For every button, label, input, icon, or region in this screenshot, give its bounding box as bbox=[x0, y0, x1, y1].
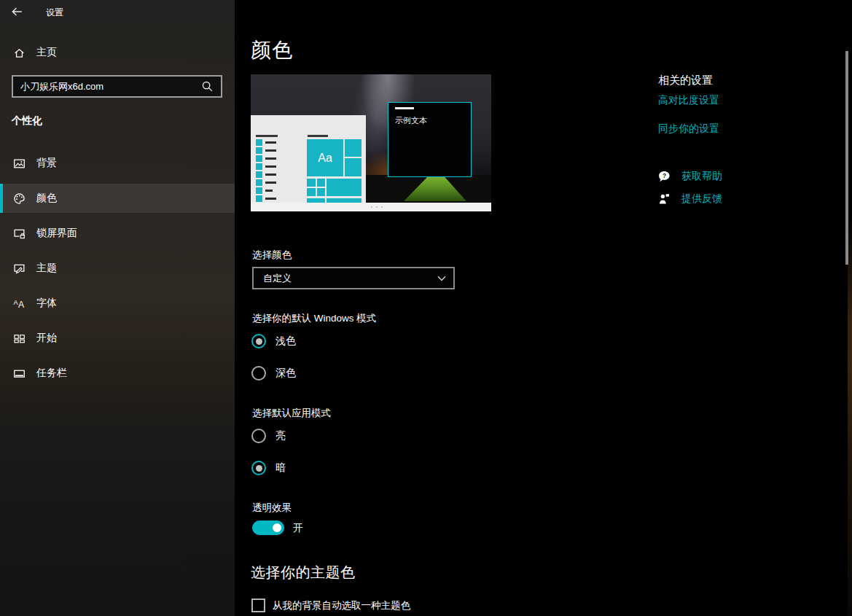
give-feedback-link[interactable]: 提供反馈 bbox=[658, 192, 722, 206]
radio-label: 暗 bbox=[275, 461, 286, 475]
svg-text:A: A bbox=[18, 300, 25, 310]
page-title: 颜色 bbox=[251, 36, 293, 64]
svg-text:?: ? bbox=[663, 172, 666, 179]
preview-menu-square bbox=[256, 163, 262, 170]
help-bubble-icon: ? bbox=[657, 170, 671, 183]
toggle-knob bbox=[273, 523, 281, 532]
preview-taskbar-dots bbox=[371, 206, 386, 208]
back-button[interactable] bbox=[9, 5, 27, 20]
sidebar-item-fonts[interactable]: AA 字体 bbox=[0, 289, 235, 318]
taskbar-icon bbox=[13, 367, 26, 380]
theme-preview: Aa 示例文本 bbox=[251, 74, 491, 211]
sidebar-item-label: 主题 bbox=[36, 262, 57, 275]
preview-tile bbox=[327, 179, 361, 196]
radio-app-light[interactable]: 亮 bbox=[251, 429, 286, 443]
sidebar-item-label: 主页 bbox=[36, 46, 57, 59]
background-image-icon bbox=[13, 157, 26, 170]
sidebar-item-label: 任务栏 bbox=[36, 367, 67, 380]
preview-menu-square bbox=[256, 171, 262, 178]
get-help-link[interactable]: ? 获取帮助 bbox=[657, 170, 722, 183]
toggle-state-label: 开 bbox=[293, 522, 303, 535]
search-icon[interactable] bbox=[201, 80, 216, 93]
radio-windows-dark[interactable]: 深色 bbox=[251, 366, 296, 381]
dropdown-value: 自定义 bbox=[263, 272, 292, 285]
lockscreen-icon bbox=[13, 227, 26, 240]
feedback-person-icon bbox=[658, 192, 671, 206]
section-header-personalization: 个性化 bbox=[12, 114, 42, 128]
checkbox-label: 从我的背景自动选取一种主题色 bbox=[273, 599, 410, 612]
sidebar-item-start[interactable]: 开始 bbox=[0, 324, 235, 353]
preview-menu-dash bbox=[265, 141, 276, 144]
preview-start-menu: Aa bbox=[251, 115, 366, 204]
scrollbar-thumb[interactable] bbox=[845, 51, 848, 265]
radio-icon[interactable] bbox=[251, 366, 266, 381]
feedback-link-label: 提供反馈 bbox=[681, 192, 722, 206]
preview-tile bbox=[307, 188, 316, 196]
preview-menu-square bbox=[256, 147, 262, 154]
preview-tile bbox=[317, 179, 326, 187]
home-icon bbox=[13, 47, 26, 59]
accent-color-heading: 选择你的主题色 bbox=[251, 563, 356, 582]
radio-label: 深色 bbox=[275, 367, 296, 380]
preview-menu-dash bbox=[265, 174, 276, 176]
sidebar-item-label: 颜色 bbox=[36, 192, 57, 205]
fonts-icon: AA bbox=[13, 297, 26, 310]
radio-icon[interactable] bbox=[251, 429, 266, 443]
preview-menu-square bbox=[256, 187, 262, 194]
radio-windows-light[interactable]: 浅色 bbox=[251, 334, 296, 348]
preview-menu-title-dash bbox=[256, 135, 278, 137]
preview-sample-dash bbox=[395, 107, 414, 109]
radio-icon[interactable] bbox=[251, 334, 266, 348]
windows-mode-label: 选择你的默认 Windows 模式 bbox=[252, 312, 376, 325]
auto-accent-row[interactable]: 从我的背景自动选取一种主题色 bbox=[251, 599, 410, 612]
sidebar-item-home[interactable]: 主页 bbox=[0, 38, 235, 67]
link-sync-settings[interactable]: 同步你的设置 bbox=[658, 122, 719, 136]
sidebar-item-colors[interactable]: 颜色 bbox=[0, 184, 235, 213]
sidebar-item-themes[interactable]: 主题 bbox=[0, 254, 235, 283]
preview-menu-square bbox=[256, 195, 262, 202]
radio-label: 浅色 bbox=[275, 335, 296, 348]
preview-menu-square bbox=[256, 155, 262, 162]
radio-app-dark[interactable]: 暗 bbox=[251, 461, 286, 475]
svg-text:A: A bbox=[14, 299, 18, 306]
related-settings-heading: 相关的设置 bbox=[658, 74, 713, 87]
main-content: 颜色 bbox=[235, 0, 852, 616]
link-high-contrast[interactable]: 高对比度设置 bbox=[658, 94, 719, 107]
sidebar-item-background[interactable]: 背景 bbox=[0, 149, 235, 178]
sidebar-item-taskbar[interactable]: 任务栏 bbox=[0, 359, 235, 388]
search-input[interactable] bbox=[13, 81, 201, 92]
preview-menu-dash bbox=[265, 190, 273, 192]
preview-sample-text: 示例文本 bbox=[395, 115, 427, 126]
preview-tile bbox=[317, 188, 326, 196]
color-select-label: 选择颜色 bbox=[252, 249, 292, 262]
radio-label: 亮 bbox=[275, 429, 286, 442]
preview-accent-tile: Aa bbox=[307, 139, 343, 176]
sidebar: 设置 主页 个性化 背景 颜色 bbox=[0, 0, 235, 616]
search-box[interactable] bbox=[12, 75, 222, 98]
theme-brush-icon bbox=[13, 262, 26, 275]
preview-menu-dash bbox=[265, 149, 276, 152]
preview-sample-window: 示例文本 bbox=[388, 102, 472, 177]
back-arrow-icon bbox=[9, 5, 24, 18]
help-link-label: 获取帮助 bbox=[681, 170, 722, 183]
transparency-label: 透明效果 bbox=[252, 502, 292, 515]
sidebar-item-lockscreen[interactable]: 锁屏界面 bbox=[0, 219, 235, 248]
auto-accent-checkbox[interactable] bbox=[251, 599, 265, 612]
preview-tile bbox=[345, 158, 361, 176]
preview-tiles-title-dash bbox=[308, 135, 328, 137]
radio-icon[interactable] bbox=[251, 461, 266, 475]
app-title: 设置 bbox=[46, 7, 63, 19]
transparency-toggle[interactable] bbox=[252, 521, 284, 535]
preview-menu-square bbox=[256, 139, 262, 146]
preview-menu-square bbox=[256, 179, 262, 186]
sidebar-item-label: 开始 bbox=[36, 332, 57, 345]
preview-taskbar bbox=[251, 203, 491, 211]
settings-window: 设置 主页 个性化 背景 颜色 bbox=[0, 0, 852, 616]
preview-tile bbox=[307, 179, 316, 187]
chevron-down-icon bbox=[437, 276, 446, 281]
app-mode-label: 选择默认应用模式 bbox=[252, 407, 331, 420]
preview-tile bbox=[345, 139, 361, 157]
palette-icon bbox=[13, 192, 26, 205]
sidebar-item-label: 字体 bbox=[36, 297, 57, 310]
color-select-dropdown[interactable]: 自定义 bbox=[252, 267, 455, 289]
